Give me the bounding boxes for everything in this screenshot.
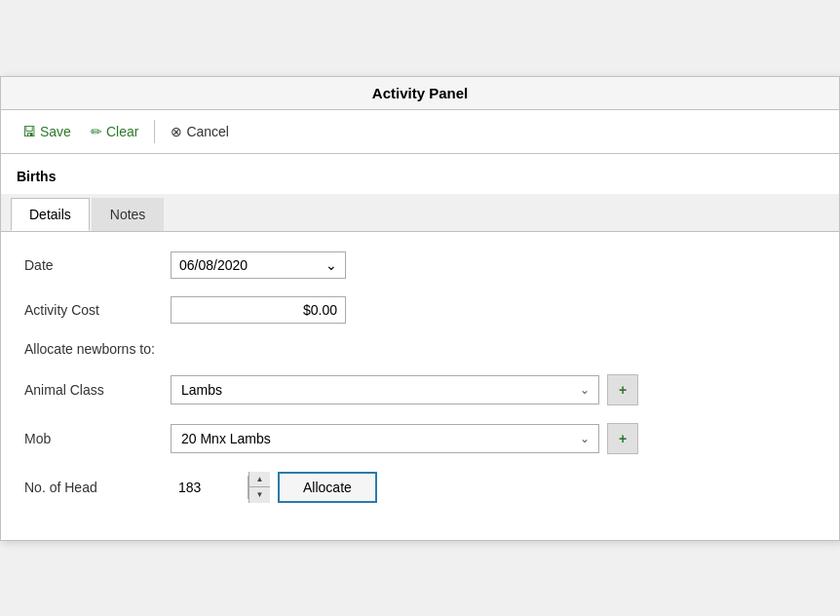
activity-cost-row: Activity Cost (24, 296, 816, 324)
activity-cost-label: Activity Cost (24, 302, 171, 318)
cancel-button[interactable]: ⊗ Cancel (163, 120, 237, 143)
mob-row: Mob 20 Mnx Lambs ⌄ + (24, 423, 816, 454)
panel-title-bar: Activity Panel (1, 77, 839, 110)
date-row: Date 06/08/2020 ⌄ (24, 251, 816, 279)
animal-class-label: Animal Class (24, 382, 171, 398)
plus-icon: + (619, 382, 627, 398)
save-label: Save (40, 124, 71, 139)
spinner-up-button[interactable]: ▲ (248, 472, 270, 487)
activity-panel: Activity Panel 🖫 Save ✏ Clear ⊗ Cancel B… (0, 76, 840, 541)
no-of-head-label: No. of Head (24, 480, 171, 495)
save-icon: 🖫 (22, 124, 36, 139)
mob-add-button[interactable]: + (607, 423, 638, 454)
cancel-icon: ⊗ (171, 124, 182, 139)
animal-class-add-button[interactable]: + (607, 374, 638, 405)
clear-label: Clear (106, 124, 138, 139)
spinner-buttons: ▲ ▼ (248, 472, 270, 503)
tabs-bar: Details Notes (1, 194, 839, 232)
no-of-head-row: No. of Head ▲ ▼ Allocate (24, 472, 816, 503)
animal-class-select-wrapper: Lambs ⌄ (171, 375, 599, 404)
panel-title: Activity Panel (372, 85, 468, 101)
toolbar: 🖫 Save ✏ Clear ⊗ Cancel (1, 110, 839, 154)
cancel-label: Cancel (186, 124, 229, 139)
date-value: 06/08/2020 (179, 257, 248, 273)
spinner: ▲ ▼ (171, 472, 270, 503)
allocate-newborns-label: Allocate newborns to: (24, 341, 155, 357)
mob-select[interactable]: 20 Mnx Lambs (171, 424, 599, 453)
tab-details[interactable]: Details (11, 198, 90, 231)
date-chevron-icon: ⌄ (325, 257, 337, 273)
mob-select-wrapper: 20 Mnx Lambs ⌄ (171, 424, 599, 453)
mob-plus-icon: + (619, 431, 627, 446)
animal-class-select[interactable]: Lambs (171, 375, 599, 404)
tab-notes[interactable]: Notes (92, 198, 165, 231)
clear-button[interactable]: ✏ Clear (83, 120, 146, 143)
no-of-head-input[interactable] (171, 476, 248, 499)
date-picker[interactable]: 06/08/2020 ⌄ (171, 251, 346, 279)
toolbar-divider (154, 120, 155, 143)
allocate-newborns-row: Allocate newborns to: (24, 341, 816, 357)
animal-class-row: Animal Class Lambs ⌄ + (24, 374, 816, 405)
allocate-button[interactable]: Allocate (278, 472, 377, 503)
date-label: Date (24, 257, 171, 273)
activity-cost-input[interactable] (171, 296, 346, 324)
save-button[interactable]: 🖫 Save (15, 120, 79, 143)
form-body: Date 06/08/2020 ⌄ Activity Cost Allocate… (1, 232, 839, 540)
no-of-head-controls: ▲ ▼ Allocate (171, 472, 377, 503)
clear-icon: ✏ (91, 124, 102, 139)
mob-label: Mob (24, 431, 171, 446)
section-title: Births (1, 154, 839, 194)
spinner-down-button[interactable]: ▼ (248, 487, 270, 503)
